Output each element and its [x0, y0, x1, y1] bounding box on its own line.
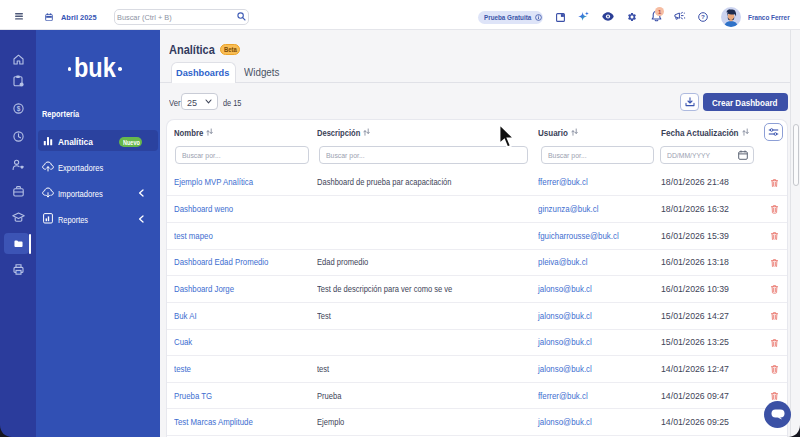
svg-text:?: ? — [701, 13, 705, 20]
svg-text:$: $ — [17, 105, 21, 113]
